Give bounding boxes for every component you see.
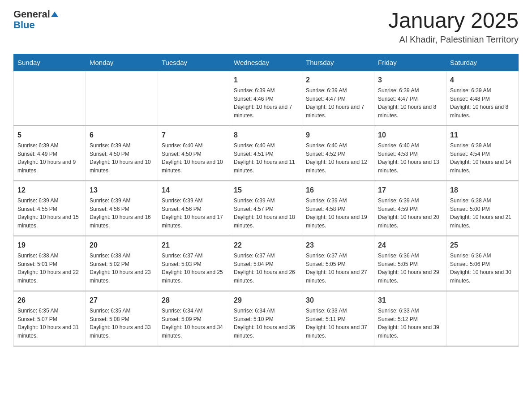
calendar-cell: 26Sunrise: 6:35 AMSunset: 5:07 PMDayligh… [14, 291, 86, 346]
calendar-cell: 16Sunrise: 6:39 AMSunset: 4:58 PMDayligh… [302, 181, 374, 236]
day-info: Sunrise: 6:37 AMSunset: 5:03 PMDaylight:… [162, 253, 223, 284]
day-info: Sunrise: 6:39 AMSunset: 4:47 PMDaylight:… [378, 87, 436, 119]
day-info: Sunrise: 6:39 AMSunset: 4:58 PMDaylight:… [306, 197, 367, 229]
day-info: Sunrise: 6:39 AMSunset: 4:56 PMDaylight:… [162, 197, 223, 229]
day-info: Sunrise: 6:33 AMSunset: 5:11 PMDaylight:… [306, 308, 367, 339]
calendar-cell: 29Sunrise: 6:34 AMSunset: 5:10 PMDayligh… [230, 291, 302, 346]
calendar-cell: 18Sunrise: 6:38 AMSunset: 5:00 PMDayligh… [446, 181, 519, 236]
calendar-cell: 24Sunrise: 6:36 AMSunset: 5:05 PMDayligh… [374, 236, 446, 291]
calendar-cell: 2Sunrise: 6:39 AMSunset: 4:47 PMDaylight… [302, 71, 374, 126]
month-title: January 2025 [388, 9, 519, 33]
day-number: 29 [234, 295, 298, 306]
day-number: 31 [378, 295, 442, 306]
location: Al Khadir, Palestinian Territory [388, 34, 519, 45]
day-info: Sunrise: 6:38 AMSunset: 5:00 PMDaylight:… [450, 197, 511, 229]
title-area: January 2025 Al Khadir, Palestinian Terr… [388, 9, 519, 45]
day-info: Sunrise: 6:37 AMSunset: 5:05 PMDaylight:… [306, 253, 367, 284]
day-number: 12 [17, 185, 82, 196]
calendar-cell: 6Sunrise: 6:39 AMSunset: 4:50 PMDaylight… [86, 126, 158, 181]
day-info: Sunrise: 6:40 AMSunset: 4:50 PMDaylight:… [162, 142, 223, 174]
day-number: 18 [450, 185, 515, 196]
calendar-cell: 8Sunrise: 6:40 AMSunset: 4:51 PMDaylight… [230, 126, 302, 181]
calendar-cell: 17Sunrise: 6:39 AMSunset: 4:59 PMDayligh… [374, 181, 446, 236]
calendar-cell: 20Sunrise: 6:38 AMSunset: 5:02 PMDayligh… [86, 236, 158, 291]
week-row-3: 12Sunrise: 6:39 AMSunset: 4:55 PMDayligh… [14, 181, 519, 236]
calendar-table: SundayMondayTuesdayWednesdayThursdayFrid… [13, 54, 519, 347]
calendar-cell [158, 71, 230, 126]
day-info: Sunrise: 6:39 AMSunset: 4:46 PMDaylight:… [234, 87, 292, 119]
day-header-wednesday: Wednesday [230, 54, 302, 71]
day-info: Sunrise: 6:33 AMSunset: 5:12 PMDaylight:… [378, 308, 439, 339]
day-number: 23 [306, 240, 370, 251]
day-info: Sunrise: 6:39 AMSunset: 4:47 PMDaylight:… [306, 87, 364, 119]
calendar-cell: 14Sunrise: 6:39 AMSunset: 4:56 PMDayligh… [158, 181, 230, 236]
page-header: General Blue January 2025 Al Khadir, Pal… [13, 9, 519, 45]
day-number: 27 [90, 295, 154, 306]
day-number: 9 [306, 130, 370, 141]
calendar-cell: 7Sunrise: 6:40 AMSunset: 4:50 PMDaylight… [158, 126, 230, 181]
day-number: 19 [17, 240, 82, 251]
calendar-cell: 10Sunrise: 6:40 AMSunset: 4:53 PMDayligh… [374, 126, 446, 181]
calendar-cell: 23Sunrise: 6:37 AMSunset: 5:05 PMDayligh… [302, 236, 374, 291]
day-info: Sunrise: 6:39 AMSunset: 4:48 PMDaylight:… [450, 87, 508, 119]
day-info: Sunrise: 6:40 AMSunset: 4:51 PMDaylight:… [234, 142, 295, 174]
day-info: Sunrise: 6:38 AMSunset: 5:02 PMDaylight:… [90, 253, 151, 284]
day-header-tuesday: Tuesday [158, 54, 230, 71]
day-number: 6 [90, 130, 154, 141]
calendar-cell [446, 291, 519, 346]
day-number: 7 [162, 130, 226, 141]
calendar-cell: 25Sunrise: 6:36 AMSunset: 5:06 PMDayligh… [446, 236, 519, 291]
day-number: 28 [162, 295, 226, 306]
logo: General Blue [13, 9, 58, 30]
calendar-cell: 5Sunrise: 6:39 AMSunset: 4:49 PMDaylight… [14, 126, 86, 181]
day-number: 30 [306, 295, 370, 306]
logo-general: General [13, 9, 50, 20]
week-row-4: 19Sunrise: 6:38 AMSunset: 5:01 PMDayligh… [14, 236, 519, 291]
day-header-thursday: Thursday [302, 54, 374, 71]
calendar-cell: 31Sunrise: 6:33 AMSunset: 5:12 PMDayligh… [374, 291, 446, 346]
day-number: 22 [234, 240, 298, 251]
calendar-cell: 11Sunrise: 6:39 AMSunset: 4:54 PMDayligh… [446, 126, 519, 181]
day-number: 13 [90, 185, 154, 196]
day-info: Sunrise: 6:34 AMSunset: 5:09 PMDaylight:… [162, 308, 223, 339]
days-header-row: SundayMondayTuesdayWednesdayThursdayFrid… [14, 54, 519, 71]
day-info: Sunrise: 6:39 AMSunset: 4:55 PMDaylight:… [17, 197, 79, 229]
day-number: 25 [450, 240, 515, 251]
day-info: Sunrise: 6:37 AMSunset: 5:04 PMDaylight:… [234, 253, 295, 284]
week-row-2: 5Sunrise: 6:39 AMSunset: 4:49 PMDaylight… [14, 126, 519, 181]
day-info: Sunrise: 6:39 AMSunset: 4:59 PMDaylight:… [378, 197, 439, 229]
day-number: 1 [234, 75, 298, 86]
day-header-saturday: Saturday [446, 54, 519, 71]
day-info: Sunrise: 6:39 AMSunset: 4:49 PMDaylight:… [17, 142, 76, 174]
day-info: Sunrise: 6:38 AMSunset: 5:01 PMDaylight:… [17, 253, 79, 284]
day-info: Sunrise: 6:36 AMSunset: 5:05 PMDaylight:… [378, 253, 439, 284]
day-number: 17 [378, 185, 442, 196]
calendar-cell: 22Sunrise: 6:37 AMSunset: 5:04 PMDayligh… [230, 236, 302, 291]
day-number: 26 [17, 295, 82, 306]
day-number: 14 [162, 185, 226, 196]
day-info: Sunrise: 6:39 AMSunset: 4:56 PMDaylight:… [90, 197, 151, 229]
calendar-cell: 15Sunrise: 6:39 AMSunset: 4:57 PMDayligh… [230, 181, 302, 236]
calendar-cell: 9Sunrise: 6:40 AMSunset: 4:52 PMDaylight… [302, 126, 374, 181]
day-number: 21 [162, 240, 226, 251]
day-number: 24 [378, 240, 442, 251]
calendar-cell: 19Sunrise: 6:38 AMSunset: 5:01 PMDayligh… [14, 236, 86, 291]
day-number: 8 [234, 130, 298, 141]
day-number: 16 [306, 185, 370, 196]
day-number: 2 [306, 75, 370, 86]
day-info: Sunrise: 6:40 AMSunset: 4:53 PMDaylight:… [378, 142, 439, 174]
day-header-friday: Friday [374, 54, 446, 71]
day-info: Sunrise: 6:36 AMSunset: 5:06 PMDaylight:… [450, 253, 511, 284]
calendar-cell: 28Sunrise: 6:34 AMSunset: 5:09 PMDayligh… [158, 291, 230, 346]
calendar-cell [86, 71, 158, 126]
calendar-cell: 30Sunrise: 6:33 AMSunset: 5:11 PMDayligh… [302, 291, 374, 346]
day-number: 20 [90, 240, 154, 251]
day-header-monday: Monday [86, 54, 158, 71]
day-info: Sunrise: 6:35 AMSunset: 5:08 PMDaylight:… [90, 308, 151, 339]
logo-blue: Blue [13, 20, 35, 30]
calendar-cell: 21Sunrise: 6:37 AMSunset: 5:03 PMDayligh… [158, 236, 230, 291]
day-number: 11 [450, 130, 515, 141]
day-info: Sunrise: 6:40 AMSunset: 4:52 PMDaylight:… [306, 142, 367, 174]
logo-triangle-icon [51, 12, 58, 17]
day-info: Sunrise: 6:39 AMSunset: 4:54 PMDaylight:… [450, 142, 511, 174]
